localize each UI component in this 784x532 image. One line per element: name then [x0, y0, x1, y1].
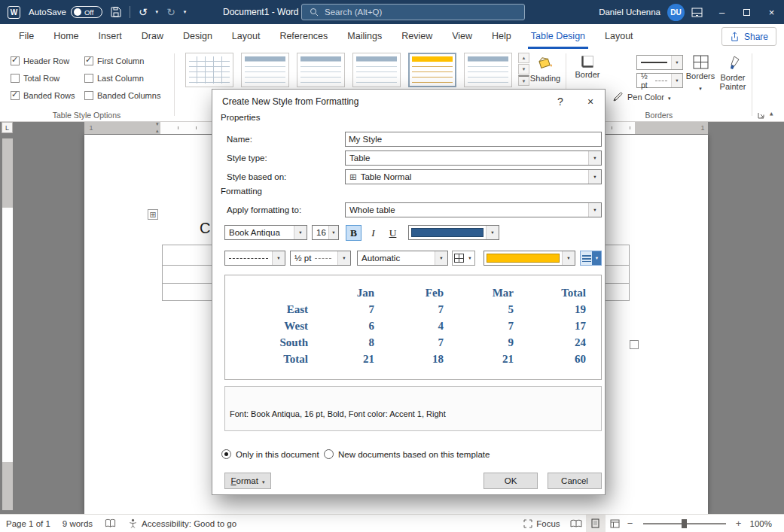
- dropdown-arrow-icon[interactable]: [592, 251, 601, 265]
- undo-dropdown-icon[interactable]: ▾: [156, 9, 159, 15]
- pen-color-button[interactable]: Pen Color: [612, 91, 670, 102]
- table-style-thumbnail-1[interactable]: [185, 53, 233, 87]
- dropdown-arrow-icon[interactable]: [588, 170, 601, 184]
- dropdown-arrow-icon[interactable]: [671, 74, 682, 87]
- tab-draw[interactable]: Draw: [132, 24, 173, 49]
- tab-design[interactable]: Design: [173, 24, 222, 49]
- only-this-document-radio[interactable]: Only in this document: [221, 449, 319, 459]
- tab-file[interactable]: File: [9, 24, 44, 49]
- zoom-slider[interactable]: [643, 523, 726, 524]
- style-based-on-combo[interactable]: ⊞ Table Normal: [345, 169, 602, 184]
- dropdown-arrow-icon[interactable]: [671, 56, 682, 69]
- dropdown-arrow-icon[interactable]: [486, 226, 499, 239]
- apply-formatting-combo[interactable]: Whole table: [345, 202, 602, 217]
- table-move-handle[interactable]: ⊞: [148, 209, 158, 220]
- undo-button[interactable]: ↺: [139, 7, 148, 17]
- banded-rows-checkbox[interactable]: Banded Rows: [11, 90, 75, 102]
- table-style-thumbnail-4[interactable]: [352, 53, 401, 87]
- tab-stop-selector[interactable]: L: [2, 122, 13, 133]
- borders-apply-split-button[interactable]: [452, 251, 475, 266]
- dropdown-arrow-icon[interactable]: [272, 251, 285, 265]
- table-style-thumbnail-3[interactable]: [297, 53, 345, 87]
- user-avatar[interactable]: DU: [667, 4, 685, 21]
- borders-button[interactable]: Borders: [686, 55, 715, 92]
- dialog-help-button[interactable]: ?: [550, 93, 571, 110]
- user-name[interactable]: Daniel Uchenna: [599, 8, 660, 17]
- search-input[interactable]: Search (Alt+Q): [301, 4, 525, 20]
- border-color-combo[interactable]: Automatic: [357, 251, 448, 266]
- tab-view[interactable]: View: [442, 24, 482, 49]
- zoom-in-button[interactable]: +: [734, 518, 744, 529]
- tab-layout[interactable]: Layout: [222, 24, 270, 49]
- last-column-checkbox[interactable]: Last Column: [84, 72, 144, 84]
- redo-button[interactable]: ↻: [166, 7, 175, 17]
- border-weight-combo[interactable]: ½ pt: [290, 251, 351, 266]
- minimize-button[interactable]: –: [709, 0, 734, 24]
- collapse-ribbon-icon[interactable]: ▾: [770, 111, 773, 118]
- font-color-combo[interactable]: [408, 225, 499, 240]
- tab-home[interactable]: Home: [44, 24, 88, 49]
- table-style-thumbnail-selected[interactable]: [408, 53, 456, 87]
- dialog-close-button[interactable]: ×: [580, 93, 601, 110]
- word-app-icon[interactable]: W: [8, 6, 20, 19]
- tab-references[interactable]: References: [270, 24, 337, 49]
- style-name-input[interactable]: [345, 132, 602, 147]
- border-line-weight-combo[interactable]: ½ pt: [636, 73, 683, 88]
- accessibility-status[interactable]: Accessibility: Good to go: [122, 515, 243, 532]
- dropdown-arrow-icon[interactable]: [337, 251, 350, 265]
- format-button[interactable]: Format: [224, 473, 271, 489]
- fill-color-combo[interactable]: [484, 251, 575, 266]
- ribbon-display-options-icon[interactable]: [685, 0, 709, 24]
- bold-button[interactable]: B: [346, 225, 361, 241]
- dropdown-arrow-icon[interactable]: [294, 226, 307, 239]
- ok-button[interactable]: OK: [484, 473, 538, 489]
- share-button[interactable]: Share: [721, 27, 776, 46]
- font-size-combo[interactable]: 16: [312, 225, 339, 240]
- first-line-indent-marker[interactable]: ▾: [156, 121, 159, 126]
- header-row-checkbox[interactable]: Header Row: [11, 55, 69, 67]
- total-row-checkbox[interactable]: Total Row: [11, 72, 59, 84]
- dropdown-arrow-icon[interactable]: [328, 226, 338, 239]
- web-layout-button[interactable]: [606, 515, 625, 532]
- page-indicator[interactable]: Page 1 of 1: [0, 515, 56, 532]
- border-painter-button[interactable]: Border Painter: [716, 55, 749, 91]
- dropdown-arrow-icon[interactable]: [562, 251, 575, 265]
- border-style-combo[interactable]: [224, 251, 285, 266]
- tab-insert[interactable]: Insert: [89, 24, 132, 49]
- read-mode-button[interactable]: [566, 515, 586, 532]
- dropdown-arrow-icon[interactable]: [435, 251, 447, 265]
- tab-review[interactable]: Review: [392, 24, 442, 49]
- word-count[interactable]: 9 words: [56, 515, 99, 532]
- hanging-indent-marker[interactable]: ▴: [156, 128, 159, 133]
- autosave-toggle[interactable]: AutoSave Off: [29, 6, 102, 18]
- alignment-split-button[interactable]: [580, 251, 602, 266]
- tab-table-layout[interactable]: Layout: [595, 24, 643, 49]
- save-icon[interactable]: [111, 7, 121, 17]
- border-line-style-combo[interactable]: [636, 55, 683, 70]
- proofing-status-icon[interactable]: [99, 515, 122, 532]
- dropdown-arrow-icon[interactable]: [588, 203, 601, 217]
- quick-access-toolbar-caret[interactable]: ▾: [184, 9, 187, 15]
- print-layout-button[interactable]: [586, 515, 606, 532]
- focus-mode-button[interactable]: Focus: [517, 515, 566, 532]
- zoom-out-button[interactable]: −: [625, 518, 636, 529]
- new-documents-radio[interactable]: New documents based on this template: [324, 449, 490, 459]
- font-name-combo[interactable]: Book Antiqua: [224, 225, 307, 240]
- table-resize-handle[interactable]: [630, 340, 639, 349]
- maximize-button[interactable]: [734, 0, 759, 24]
- first-column-checkbox[interactable]: First Column: [84, 55, 144, 67]
- tab-help[interactable]: Help: [482, 24, 521, 49]
- vertical-ruler[interactable]: [2, 138, 13, 510]
- dropdown-arrow-icon[interactable]: [588, 151, 601, 165]
- banded-columns-checkbox[interactable]: Banded Columns: [84, 90, 160, 102]
- style-type-combo[interactable]: Table: [345, 150, 602, 166]
- borders-dialog-launcher-icon[interactable]: [758, 111, 765, 119]
- close-button[interactable]: ×: [759, 0, 784, 24]
- table-style-thumbnail-2[interactable]: [241, 53, 289, 87]
- tab-mailings[interactable]: Mailings: [337, 24, 392, 49]
- zoom-slider-thumb[interactable]: [682, 519, 687, 528]
- tab-table-design[interactable]: Table Design: [521, 24, 595, 49]
- border-styles-button[interactable]: Border: [570, 55, 605, 79]
- cancel-button[interactable]: Cancel: [548, 473, 602, 489]
- underline-button[interactable]: U: [385, 225, 401, 241]
